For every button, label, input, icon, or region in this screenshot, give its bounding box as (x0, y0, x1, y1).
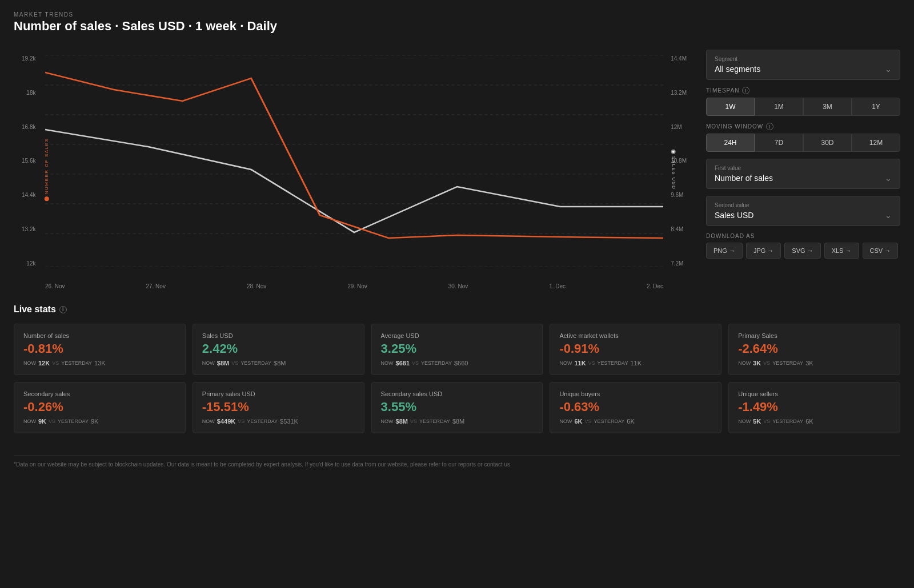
stat-active-wallets: Active market wallets -0.91% NOW 11K VS … (550, 324, 721, 375)
y-axis-left: 19.2k 18k 16.8k 15.6k 14.4k 13.2k 12k (22, 55, 35, 267)
stat-secondary-sales: Secondary sales -0.26% NOW 9K VS YESTERD… (14, 382, 186, 433)
segment-label: Segment (715, 56, 892, 62)
app-title: MARKET TRENDS (14, 11, 900, 18)
window-7d[interactable]: 7D (755, 134, 803, 152)
x-axis-labels: 26. Nov 27. Nov 28. Nov 29. Nov 30. Nov … (45, 283, 663, 289)
timespan-options: 1W 1M 3M 1Y (706, 98, 900, 116)
first-value-value: Number of sales ⌄ (715, 174, 892, 183)
timespan-title: TIMESPAN i (706, 87, 900, 94)
segment-dropdown[interactable]: Segment All segments ⌄ (706, 50, 900, 80)
stat-primary-sales: Primary Sales -2.64% NOW 3K VS YESTERDAY… (728, 324, 900, 375)
window-12m[interactable]: 12M (852, 134, 900, 152)
live-stats-section: Live stats i Number of sales -0.81% NOW … (14, 304, 900, 440)
chart-main-title: Number of sales · Sales USD · 1 week · D… (14, 19, 900, 34)
timespan-info-icon[interactable]: i (742, 87, 749, 94)
segment-arrow-icon: ⌄ (885, 65, 892, 74)
download-section: DOWNLOAD AS PNG → JPG → SVG → XLS → CSV … (706, 233, 900, 259)
timespan-1m[interactable]: 1M (755, 98, 803, 116)
window-30d[interactable]: 30D (803, 134, 852, 152)
stat-average-usd: Average USD 3.25% NOW $681 VS YESTERDAY … (371, 324, 543, 375)
second-value-dropdown[interactable]: Second value Sales USD ⌄ (706, 196, 900, 226)
download-xls[interactable]: XLS → (824, 243, 859, 259)
download-csv[interactable]: CSV → (863, 243, 899, 259)
sidebar: Segment All segments ⌄ TIMESPAN i 1W 1M … (706, 50, 900, 289)
download-buttons: PNG → JPG → SVG → XLS → CSV → (706, 243, 900, 259)
second-value-value: Sales USD ⌄ (715, 211, 892, 220)
moving-window-options: 24H 7D 30D 12M (706, 134, 900, 152)
first-value-arrow-icon: ⌄ (885, 174, 892, 183)
first-value-dropdown[interactable]: First value Number of sales ⌄ (706, 159, 900, 189)
live-stats-title: Live stats i (14, 304, 900, 315)
chart-container: 19.2k 18k 16.8k 15.6k 14.4k 13.2k 12k 14… (14, 50, 695, 289)
y-axis-right-label: SALES USD (671, 150, 676, 190)
stats-row-2: Secondary sales -0.26% NOW 9K VS YESTERD… (14, 382, 900, 433)
stat-secondary-sales-usd: Secondary sales USD 3.55% NOW $8M VS YES… (371, 382, 543, 433)
stat-primary-sales-usd: Primary sales USD -15.51% NOW $449K VS Y… (193, 382, 364, 433)
chart-svg (45, 55, 663, 267)
second-value-label: Second value (715, 202, 892, 208)
timespan-group: TIMESPAN i 1W 1M 3M 1Y (706, 87, 900, 116)
timespan-1y[interactable]: 1Y (852, 98, 900, 116)
moving-window-title: MOVING WINDOW i (706, 123, 900, 130)
timespan-1w[interactable]: 1W (706, 98, 755, 116)
timespan-3m[interactable]: 3M (803, 98, 852, 116)
download-svg[interactable]: SVG → (784, 243, 820, 259)
download-title: DOWNLOAD AS (706, 233, 900, 239)
window-24h[interactable]: 24H (706, 134, 755, 152)
footer-note: *Data on our website may be subject to b… (14, 455, 900, 468)
moving-window-info-icon[interactable]: i (766, 123, 773, 130)
stat-number-of-sales: Number of sales -0.81% NOW 12K VS YESTER… (14, 324, 186, 375)
moving-window-group: MOVING WINDOW i 24H 7D 30D 12M (706, 123, 900, 152)
download-jpg[interactable]: JPG → (746, 243, 781, 259)
stat-unique-buyers: Unique buyers -0.63% NOW 6K VS YESTERDAY… (550, 382, 721, 433)
segment-value: All segments ⌄ (715, 65, 892, 74)
first-value-label: First value (715, 165, 892, 171)
second-value-arrow-icon: ⌄ (885, 211, 892, 220)
live-stats-info-icon[interactable]: i (59, 306, 67, 313)
download-png[interactable]: PNG → (706, 243, 743, 259)
stats-row-1: Number of sales -0.81% NOW 12K VS YESTER… (14, 324, 900, 375)
stat-sales-usd: Sales USD 2.42% NOW $8M VS YESTERDAY $8M (193, 324, 364, 375)
stat-unique-sellers: Unique sellers -1.49% NOW 5K VS YESTERDA… (728, 382, 900, 433)
